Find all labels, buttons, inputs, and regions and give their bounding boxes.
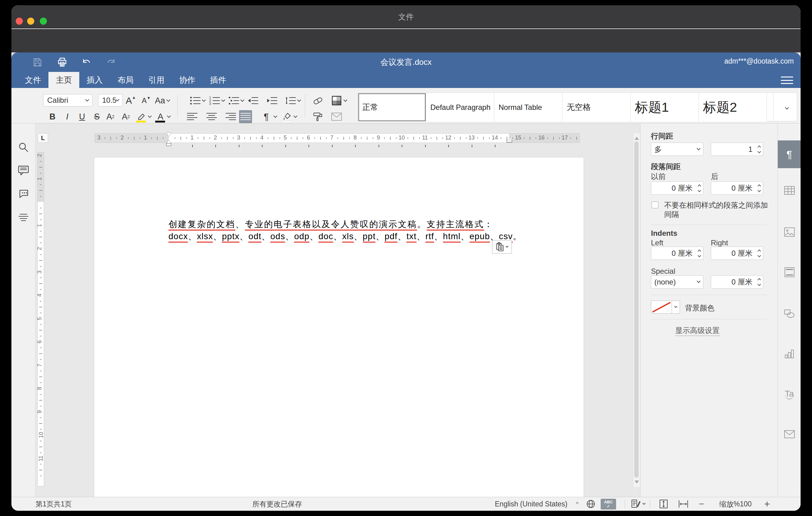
image-settings-tab[interactable] <box>778 222 801 242</box>
show-advanced-settings-link[interactable]: 显示高级设置 <box>640 325 754 336</box>
style-heading2[interactable]: 标题2 <box>699 93 767 122</box>
strikeout-button[interactable]: S <box>90 110 103 123</box>
decrease-indent-button[interactable] <box>246 94 259 107</box>
font-name-select[interactable]: Calibri <box>43 94 92 107</box>
increase-indent-button[interactable] <box>266 94 279 107</box>
chat-button[interactable] <box>17 187 30 200</box>
language-caret[interactable]: ^ <box>576 497 578 511</box>
vertical-ruler[interactable]: 121234567891011 <box>37 152 44 486</box>
font-color-button[interactable]: A <box>154 110 167 123</box>
language-selector[interactable]: English (United States) <box>495 497 567 511</box>
scroll-down-arrow[interactable] <box>635 481 639 486</box>
copy-style-button[interactable] <box>311 110 324 123</box>
style-heading1[interactable]: 标题1 <box>631 93 699 122</box>
change-case-button[interactable]: Aa <box>153 94 171 107</box>
header-footer-settings-tab[interactable] <box>778 262 801 282</box>
special-amount-spinner[interactable]: 0 厘米 <box>711 275 763 289</box>
vertical-scrollbar[interactable] <box>633 133 640 487</box>
spacing-after-spinner[interactable]: 0 厘米 <box>711 181 763 195</box>
chart-settings-tab[interactable] <box>778 344 801 364</box>
numbering-arrow[interactable] <box>220 94 226 107</box>
bullets-arrow[interactable] <box>201 94 207 107</box>
background-color-arrow[interactable] <box>672 300 680 314</box>
subscript-button[interactable]: A2 <box>119 110 132 123</box>
mail-merge-settings-tab[interactable] <box>778 424 801 444</box>
font-color-arrow[interactable] <box>166 110 172 123</box>
comments-button[interactable] <box>17 164 30 177</box>
spacing-before-spinner[interactable]: 0 厘米 <box>651 181 703 195</box>
shape-settings-tab[interactable] <box>778 304 801 324</box>
navigation-headings-button[interactable] <box>17 210 30 224</box>
tab-layout[interactable]: 布局 <box>110 72 141 88</box>
paragraph-shading-button[interactable] <box>281 110 293 123</box>
paragraph-marks-button[interactable]: ¶ <box>260 110 273 123</box>
tab-stop-selector[interactable]: L <box>38 133 48 143</box>
multilevel-list-button[interactable] <box>227 94 240 107</box>
line-spacing-arrow[interactable] <box>296 94 302 107</box>
search-button[interactable] <box>17 141 30 154</box>
numbering-button[interactable]: 123 <box>208 94 221 107</box>
table-settings-tab[interactable] <box>778 180 801 200</box>
bold-button[interactable]: B <box>46 110 59 123</box>
clear-style-button[interactable] <box>311 94 324 107</box>
align-right-button[interactable] <box>224 110 237 123</box>
hamburger-menu-icon[interactable] <box>781 76 793 85</box>
paste-options-button[interactable] <box>492 240 512 254</box>
text-art-settings-tab[interactable]: Ta <box>778 384 801 404</box>
hanging-indent-marker[interactable] <box>166 138 171 144</box>
paragraph-shading-arrow[interactable] <box>292 110 298 123</box>
style-normal-table[interactable]: Normal Table <box>494 93 562 122</box>
shading-color-arrow[interactable] <box>342 94 348 107</box>
align-center-button[interactable] <box>205 110 218 123</box>
indent-left-spinner[interactable]: 0 厘米 <box>651 247 703 260</box>
tab-references[interactable]: 引用 <box>141 72 172 88</box>
underline-button[interactable]: U <box>76 110 89 123</box>
justify-button[interactable] <box>239 110 252 123</box>
line-spacing-button[interactable] <box>284 94 297 107</box>
special-select[interactable]: (none) <box>651 275 703 289</box>
decrease-font-button[interactable]: A▼ <box>140 94 153 107</box>
tab-file[interactable]: 文件 <box>18 72 49 88</box>
style-no-spacing[interactable]: 无空格 <box>562 93 631 122</box>
indent-right-spinner[interactable]: 0 厘米 <box>711 247 763 260</box>
fit-width-button[interactable] <box>677 499 690 509</box>
superscript-button[interactable]: A2 <box>104 110 117 123</box>
bullets-button[interactable] <box>189 94 202 107</box>
paragraph-settings-tab[interactable]: ¶ <box>778 140 801 168</box>
paragraph-marks-arrow[interactable] <box>272 110 278 123</box>
tab-plugins[interactable]: 插件 <box>203 72 234 88</box>
increase-font-button[interactable]: A▲ <box>124 94 137 107</box>
styles-gallery-expand[interactable] <box>780 102 793 115</box>
scroll-up-arrow[interactable] <box>635 135 639 140</box>
zoom-out-button[interactable]: − <box>699 497 704 511</box>
track-changes-arrow[interactable] <box>641 499 647 509</box>
track-changes-button[interactable] <box>630 499 642 509</box>
tab-collaboration[interactable]: 协作 <box>172 72 203 88</box>
zoom-level[interactable]: 缩放%100 <box>716 497 756 511</box>
zoom-in-button[interactable]: + <box>764 497 770 511</box>
mail-merge-button[interactable] <box>330 110 343 123</box>
tab-insert[interactable]: 插入 <box>79 72 110 88</box>
document-page[interactable]: 创建复杂的文档、专业的电子表格以及令人赞叹的演示文稿。支持主流格式： docx、… <box>94 157 584 497</box>
left-indent-marker[interactable] <box>166 143 171 146</box>
no-space-between-checkbox[interactable] <box>651 202 658 208</box>
spellcheck-button[interactable]: ABC✓ <box>601 499 616 510</box>
font-size-select[interactable]: 10.5 <box>98 94 123 107</box>
line-spacing-type-select[interactable]: 多 <box>651 143 703 156</box>
italic-button[interactable]: I <box>61 110 74 123</box>
highlight-color-button[interactable] <box>135 110 148 123</box>
scrollbar-thumb[interactable] <box>634 141 639 478</box>
align-left-button[interactable] <box>186 110 199 123</box>
set-language-button[interactable] <box>585 499 597 509</box>
background-color-swatch[interactable] <box>651 300 672 314</box>
multilevel-arrow[interactable] <box>239 94 245 107</box>
fit-page-button[interactable] <box>658 499 670 509</box>
style-default-paragraph[interactable]: Default Paragraph <box>426 93 494 122</box>
shading-color-button[interactable] <box>330 94 343 107</box>
line-spacing-value-spinner[interactable]: 1 <box>711 143 763 156</box>
horizontal-ruler[interactable]: 1231234567891011121314151617 <box>95 133 580 143</box>
style-normal[interactable]: 正常 <box>358 93 426 122</box>
page-count-status[interactable]: 第1页共1页 <box>35 497 72 511</box>
tab-home[interactable]: 主页 <box>49 72 79 88</box>
highlight-color-arrow[interactable] <box>147 110 153 123</box>
